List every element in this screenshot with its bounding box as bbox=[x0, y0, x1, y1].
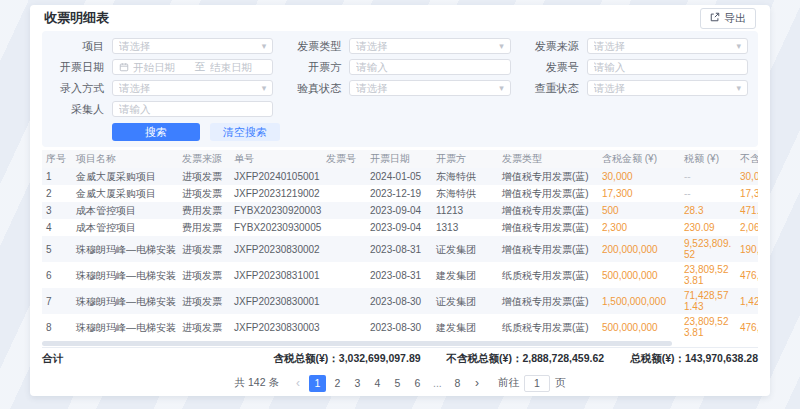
table-cell: 珠穆朗玛峰—电梯安装 bbox=[72, 314, 178, 340]
entry-method-select-input[interactable] bbox=[119, 82, 258, 94]
invoice-no-input[interactable] bbox=[594, 61, 741, 73]
table-cell: FYBX20230930005 bbox=[230, 219, 322, 236]
invoice-no-field[interactable] bbox=[587, 59, 748, 75]
filter-invoice-source-label: 发票来源 bbox=[527, 39, 579, 54]
table-cell: 30,000 bbox=[598, 168, 680, 185]
pager-prev-button[interactable]: ‹ bbox=[290, 376, 306, 390]
table-cell: 珠穆朗玛峰—电梯安装 bbox=[72, 288, 178, 314]
search-button[interactable]: 搜索 bbox=[112, 123, 200, 141]
filter-verify-status: 验真状态 ▾ bbox=[289, 80, 510, 96]
issuer-field[interactable] bbox=[349, 59, 510, 75]
table-cell: 纸质税专用发票(蓝) bbox=[498, 314, 598, 340]
project-select-input[interactable] bbox=[119, 40, 258, 52]
invoice-type-select-input[interactable] bbox=[356, 40, 495, 52]
invoice-type-select[interactable]: ▾ bbox=[349, 38, 510, 54]
pager-pages: 123456...8 bbox=[309, 375, 466, 392]
table-row[interactable]: 8珠穆朗玛峰—电梯安装进项发票JXFP202308300032023-08-30… bbox=[42, 314, 758, 340]
table-cell: 2023-08-30 bbox=[366, 288, 432, 314]
table-cell: 476,190,476.19 bbox=[736, 262, 758, 288]
date-range-separator: 至 bbox=[194, 60, 205, 74]
pager-page-button[interactable]: 2 bbox=[329, 375, 346, 392]
invoice-source-select[interactable]: ▾ bbox=[587, 38, 748, 54]
goto-page-input[interactable] bbox=[524, 375, 550, 392]
table-cell: 费用发票 bbox=[178, 219, 230, 236]
table-cell: 珠穆朗玛峰—电梯安装 bbox=[72, 236, 178, 262]
table-cell: 金威大厦采购项目 bbox=[72, 168, 178, 185]
column-header: 项目名称 bbox=[72, 150, 178, 168]
dup-check-status-select-input[interactable] bbox=[594, 82, 733, 94]
table-cell: 5 bbox=[42, 236, 72, 262]
invoice-date-range-picker[interactable]: 至 bbox=[112, 59, 273, 75]
column-header: 序号 bbox=[42, 150, 72, 168]
table-cell: 进项发票 bbox=[178, 185, 230, 202]
horizontal-scrollbar[interactable] bbox=[42, 341, 758, 346]
table-cell: 200,000,000 bbox=[598, 236, 680, 262]
clear-search-button[interactable]: 清空搜索 bbox=[210, 123, 280, 141]
table-cell bbox=[322, 185, 366, 202]
pager-page-button[interactable]: 8 bbox=[449, 375, 466, 392]
table-cell: 28.3 bbox=[680, 202, 736, 219]
column-header: 含税金额 (¥) bbox=[598, 150, 680, 168]
table-row[interactable]: 6珠穆朗玛峰—电梯安装进项发票JXFP202308310012023-08-31… bbox=[42, 262, 758, 288]
collector-input[interactable] bbox=[119, 103, 266, 115]
table-cell: 190,476,190.48 bbox=[736, 236, 758, 262]
summary-tax-included-label: 含税总额(¥)： bbox=[273, 352, 338, 364]
pagination: 共 142 条 ‹ 123456...8 › 前往 页 bbox=[30, 370, 770, 396]
summary-tax-excluded-value: 2,888,728,459.62 bbox=[522, 352, 604, 364]
table-cell: 增值税专用发票(蓝) bbox=[498, 288, 598, 314]
pager-next-button[interactable]: › bbox=[469, 376, 485, 390]
table-cell: JXFP20230831001 bbox=[230, 262, 322, 288]
goto-suffix-label: 页 bbox=[555, 376, 566, 390]
entry-method-select[interactable]: ▾ bbox=[112, 80, 273, 96]
filter-dup-check-status: 查重状态 ▾ bbox=[527, 80, 748, 96]
table-cell: -- bbox=[680, 168, 736, 185]
table-cell: 1313 bbox=[432, 219, 498, 236]
summary-total-tax-value: 143,970,638.28 bbox=[685, 352, 758, 364]
end-date-input[interactable] bbox=[210, 61, 266, 73]
pager-page-button[interactable]: 1 bbox=[309, 375, 326, 392]
collector-field[interactable] bbox=[112, 101, 273, 117]
table-row[interactable]: 1金威大厦采购项目进项发票JXFP202401050012024-01-05东海… bbox=[42, 168, 758, 185]
calendar-icon bbox=[119, 62, 129, 72]
table-cell: -- bbox=[680, 185, 736, 202]
pager-page-button[interactable]: 4 bbox=[369, 375, 386, 392]
filter-project-label: 项目 bbox=[52, 39, 104, 54]
table-cell: 471.7 bbox=[736, 202, 758, 219]
project-select[interactable]: ▾ bbox=[112, 38, 273, 54]
table-body: 1金威大厦采购项目进项发票JXFP202401050012024-01-05东海… bbox=[42, 168, 758, 340]
verify-status-select-input[interactable] bbox=[356, 82, 495, 94]
pager-page-button[interactable]: 3 bbox=[349, 375, 366, 392]
table-cell: FYBX20230920003 bbox=[230, 202, 322, 219]
column-header: 发票号 bbox=[322, 150, 366, 168]
table-cell bbox=[322, 314, 366, 340]
table-row[interactable]: 5珠穆朗玛峰—电梯安装进项发票JXFP202308300022023-08-31… bbox=[42, 236, 758, 262]
column-header: 开票日期 bbox=[366, 150, 432, 168]
verify-status-select[interactable]: ▾ bbox=[349, 80, 510, 96]
filter-invoice-no: 发票号 bbox=[527, 59, 748, 75]
table-row[interactable]: 4成本管控项目费用发票FYBX202309300052023-09-041313… bbox=[42, 219, 758, 236]
column-header: 税额 (¥) bbox=[680, 150, 736, 168]
export-button[interactable]: 导出 bbox=[700, 8, 756, 29]
table-row[interactable]: 3成本管控项目费用发票FYBX202309200032023-09-041121… bbox=[42, 202, 758, 219]
invoice-source-select-input[interactable] bbox=[594, 40, 733, 52]
scrollbar-thumb[interactable] bbox=[42, 341, 672, 346]
summary-tax-excluded-total: 不含税总额(¥)：2,888,728,459.62 bbox=[447, 352, 605, 366]
issuer-input[interactable] bbox=[356, 61, 503, 73]
table-cell: 23,809,523.81 bbox=[680, 314, 736, 340]
pager-ellipsis: ... bbox=[429, 375, 446, 392]
dup-check-status-select[interactable]: ▾ bbox=[587, 80, 748, 96]
start-date-input[interactable] bbox=[133, 61, 189, 73]
table-cell: 东海特供 bbox=[432, 185, 498, 202]
export-label: 导出 bbox=[724, 11, 746, 26]
table-row[interactable]: 2金威大厦采购项目进项发票JXFP202312190022023-12-19东海… bbox=[42, 185, 758, 202]
filter-invoice-date: 开票日期 至 bbox=[52, 59, 273, 75]
table-cell: 11213 bbox=[432, 202, 498, 219]
summary-tax-included-value: 3,032,699,097.89 bbox=[339, 352, 421, 364]
pager-page-button[interactable]: 5 bbox=[389, 375, 406, 392]
table-row[interactable]: 7珠穆朗玛峰—电梯安装进项发票JXFP202308300012023-08-30… bbox=[42, 288, 758, 314]
table-cell: 17,300 bbox=[598, 185, 680, 202]
table-cell: 8 bbox=[42, 314, 72, 340]
summary-row: 合计 含税总额(¥)：3,032,699,097.89 不含税总额(¥)：2,8… bbox=[42, 347, 758, 370]
pager-page-button[interactable]: 6 bbox=[409, 375, 426, 392]
table-cell: 23,809,523.81 bbox=[680, 262, 736, 288]
